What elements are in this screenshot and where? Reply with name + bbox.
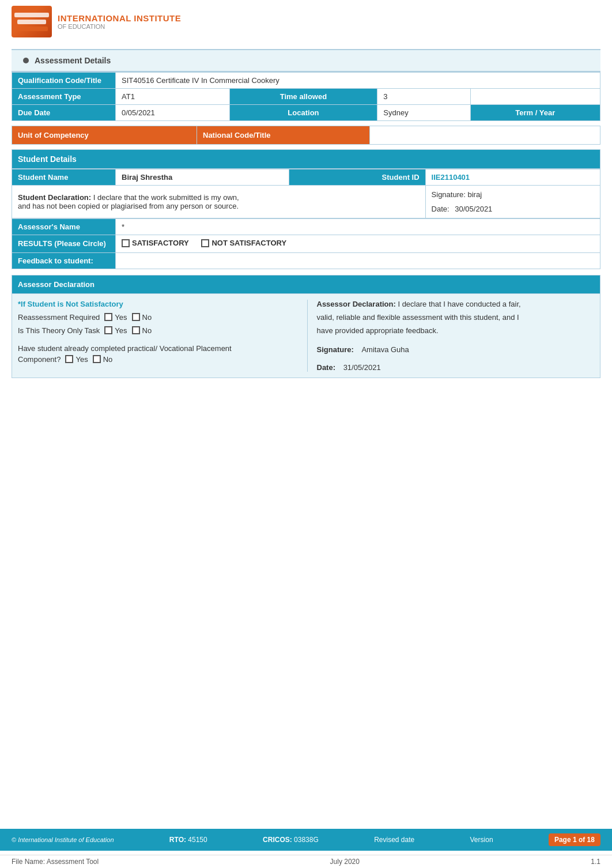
footer-rto-label: RTO: (169, 836, 186, 844)
assessors-name-row: Assessor's Name * (12, 219, 600, 235)
student-id-value: IIE2110401 (425, 169, 600, 186)
logo-bar-2 (17, 20, 46, 24)
student-name-row: Student Name Biraj Shrestha Student ID I… (12, 169, 600, 186)
org-sub: OF EDUCATION (58, 23, 181, 30)
not-satisfactory-box (201, 239, 209, 247)
footer-cricos-label: CRICOS: (263, 836, 292, 844)
assessor-sig-label: Signature: (317, 345, 354, 354)
qualification-row: Qualification Code/Title SIT40516 Certif… (12, 73, 600, 89)
declaration-bold: Student Declaration: (18, 193, 91, 202)
footer-cricos: CRICOS: 03838G (263, 836, 319, 844)
footer-revised-date-label: Revised date (374, 836, 414, 844)
footer-rto-value: 45150 (188, 836, 207, 844)
results-label: RESULTS (Please Circle) (12, 235, 116, 253)
assessor-signature-row: Signature: Amitava Guha (317, 345, 595, 354)
theory-only-row: Is This Theory Only Task Yes No (18, 326, 296, 335)
assessor-date-label: Date: (317, 363, 336, 372)
assessment-type-label: Assessment Type (12, 89, 116, 105)
signature-block: Signature: biraj Date: 30/05/2021 (425, 186, 600, 218)
student-id-label: Student ID (289, 169, 425, 186)
declaration-row: Student Declaration: I declare that the … (12, 186, 600, 218)
logo-bar-1 (14, 13, 49, 17)
satisfactory-checkbox[interactable]: SATISFACTORY (122, 239, 189, 247)
assessor-decl-text3: have provided appropriate feedback. (317, 326, 595, 335)
qualification-label: Qualification Code/Title (12, 73, 116, 89)
assessment-details-header: Assessment Details (12, 49, 600, 72)
file-name-label: File Name: (12, 858, 45, 866)
theory-only-label: Is This Theory Only Task (18, 326, 100, 335)
assessor-decl-bold: Assessor Declaration: (317, 300, 396, 308)
logo-block: INTERNATIONAL INSTITUTE OF EDUCATION (12, 6, 181, 37)
assessor-left: *If Student is Not Satisfactory Reassess… (18, 300, 296, 372)
date-row: Date: 30/05/2021 (432, 205, 594, 213)
not-satisfactory-checkbox[interactable]: NOT SATISFACTORY (201, 239, 286, 247)
assessor-date-value: 31/05/2021 (343, 363, 381, 372)
student-details-header: Student Details (12, 149, 600, 169)
assessor-decl-text2: valid, reliable and flexible assessment … (317, 313, 595, 322)
footer-bar: © International Institute of Education R… (0, 829, 612, 851)
assessor-declaration-header: Assessor Declaration (12, 275, 600, 294)
logo-text: INTERNATIONAL INSTITUTE OF EDUCATION (58, 13, 181, 30)
assessor-sig-value: Amitava Guha (361, 345, 409, 354)
vocational-block: Have student already completed practical… (18, 344, 296, 364)
footer-rto: RTO: 45150 (169, 836, 207, 844)
reassessment-no[interactable]: No (132, 313, 152, 322)
assessor-declaration-body: *If Student is Not Satisfactory Reassess… (12, 294, 600, 378)
qualification-value: SIT40516 Certificate IV In Commercial Co… (116, 73, 600, 89)
section-bullet (23, 58, 29, 63)
signature-text: Signature: biraj (432, 190, 594, 199)
page-badge: Page 1 of 18 (549, 833, 600, 846)
reassessment-row: Reassessment Required Yes No (18, 313, 296, 322)
results-row: RESULTS (Please Circle) SATISFACTORY NOT… (12, 235, 600, 253)
logo-image (12, 6, 52, 37)
footer-version-value: 1.1 (591, 858, 600, 866)
file-name-block: File Name: Assessment Tool (12, 858, 99, 866)
time-allowed-value: 3 (377, 89, 470, 105)
time-allowed-label: Time allowed (229, 89, 377, 105)
header: INTERNATIONAL INSTITUTE OF EDUCATION (0, 0, 612, 43)
due-date-row: Due Date 0/05/2021 Location Sydney Term … (12, 105, 600, 121)
assessor-right: Assessor Declaration: I declare that I h… (307, 300, 595, 372)
declaration-main: I declare that the work submitted is my … (93, 193, 239, 202)
component-yes[interactable]: Yes (65, 355, 88, 364)
satisfactory-label: SATISFACTORY (132, 239, 189, 247)
theory-yes[interactable]: Yes (104, 326, 127, 335)
location-label: Location (229, 105, 377, 121)
declaration-text: Student Declaration: I declare that the … (12, 186, 426, 218)
student-name-label: Student Name (12, 169, 116, 186)
reassessment-yes-box (104, 313, 112, 321)
footer-revised-date-value: July 2020 (330, 858, 360, 866)
reassessment-no-box (132, 313, 140, 321)
unit-value (370, 126, 600, 145)
theory-yes-label: Yes (115, 326, 127, 335)
assessment-type-value: AT1 (116, 89, 230, 105)
component-no[interactable]: No (93, 355, 113, 364)
assessor-decl-text1: I declare that I have conducted a fair, (398, 300, 520, 308)
assessors-name-value: * (116, 219, 600, 235)
vocational-label: Have student already completed practical… (18, 344, 296, 353)
not-satisfactory-label: NOT SATISFACTORY (211, 239, 286, 247)
component-row: Component? Yes No (18, 355, 296, 364)
time-allowed-extra (470, 89, 600, 105)
results-checkboxes: SATISFACTORY NOT SATISFACTORY (116, 235, 600, 253)
theory-no-box (132, 326, 140, 334)
not-satisfactory-label: *If Student is Not Satisfactory (18, 300, 123, 308)
reassessment-no-label: No (142, 313, 152, 322)
satisfactory-box (122, 239, 130, 247)
reassessment-yes[interactable]: Yes (104, 313, 127, 322)
assessment-type-row: Assessment Type AT1 Time allowed 3 (12, 89, 600, 105)
footer-cricos-value: 03838G (294, 836, 319, 844)
unit-label-1: Unit of Competency (12, 126, 197, 145)
term-year-label: Term / Year (470, 105, 600, 121)
due-date-value: 0/05/2021 (116, 105, 230, 121)
theory-no[interactable]: No (132, 326, 152, 335)
reassessment-yes-label: Yes (115, 313, 127, 322)
content-wrapper: Assessment Details Qualification Code/Ti… (12, 49, 600, 378)
assessor-declaration-text: Assessor Declaration: I declare that I h… (317, 300, 595, 308)
feedback-value (116, 252, 600, 269)
footer-copyright: © International Institute of Education (12, 836, 114, 843)
component-label: Component? (18, 355, 61, 364)
component-yes-box (65, 355, 73, 363)
assessor-results-table: Assessor's Name * RESULTS (Please Circle… (12, 218, 600, 269)
date-value: 30/05/2021 (455, 205, 492, 213)
